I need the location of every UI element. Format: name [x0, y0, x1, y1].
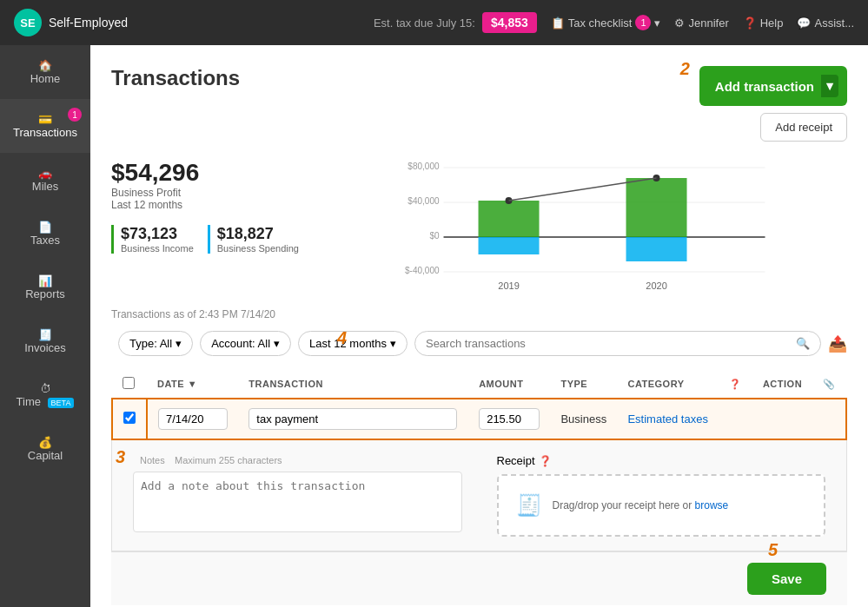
sidebar-item-miles[interactable]: 🚗 Miles — [0, 153, 90, 207]
sidebar-item-transactions[interactable]: 💳 Transactions 1 — [0, 99, 90, 153]
svg-text:2020: 2020 — [646, 280, 666, 291]
profit-label: Business Profit — [111, 187, 299, 199]
row-checkbox-cell — [112, 399, 147, 439]
search-input[interactable] — [426, 337, 792, 350]
col-checkbox — [112, 370, 147, 399]
svg-rect-11 — [626, 237, 686, 261]
notes-section: Notes Maximum 255 characters — [133, 454, 462, 537]
expanded-section: 3 Notes Maximum 255 characters Receipt ❓ — [111, 440, 847, 551]
sidebar-item-taxes[interactable]: 📄 Taxes — [0, 207, 90, 261]
table-header-row: DATE ▼ TRANSACTION AMOUNT TYPE CATEGORY … — [112, 370, 846, 399]
time-icon: ⏱ — [40, 382, 51, 395]
help-button[interactable]: ❓ Help — [743, 16, 784, 30]
sub-stats: $73,123 Business Income $18,827 Business… — [111, 225, 299, 254]
bar-chart: $80,000 $40,000 $0 $-40,000 — [327, 159, 847, 298]
receipt-section: Receipt ❓ 🧾 Drag/drop your receipt here … — [497, 454, 826, 537]
step-4-badge: 4 — [337, 328, 347, 348]
date-input[interactable] — [158, 408, 228, 430]
step-5-badge: 5 — [768, 540, 778, 560]
category-link[interactable]: Estimated taxes — [627, 412, 708, 426]
notes-textarea[interactable] — [133, 472, 462, 532]
row-category[interactable]: Estimated taxes — [617, 399, 719, 439]
clipboard-icon: 📋 — [551, 16, 565, 30]
receipt-file-icon: 🧾 — [516, 493, 542, 518]
beta-badge: BETA — [48, 398, 75, 408]
tx-timestamp: Transactions as of 2:43 PM 7/14/20 — [111, 308, 847, 320]
assist-button[interactable]: 💬 Assist... — [797, 16, 854, 30]
account-filter[interactable]: Account: All ▾ — [200, 331, 291, 356]
period-filter[interactable]: Last 12 months ▾ — [298, 331, 407, 356]
notes-label: Notes Maximum 255 characters — [133, 454, 462, 466]
row-amount — [468, 399, 550, 439]
chevron-down-icon: ▾ — [274, 337, 280, 350]
row-date — [147, 399, 238, 439]
browse-link[interactable]: browse — [695, 499, 729, 511]
step-2-badge: 2 — [680, 59, 690, 79]
stats-section: $54,296 Business Profit Last 12 months $… — [111, 159, 299, 298]
transaction-input[interactable] — [248, 408, 457, 430]
type-filter[interactable]: Type: All ▾ — [118, 331, 193, 356]
table-row[interactable]: Business Estimated taxes — [112, 399, 846, 439]
transactions-icon: 💳 — [38, 113, 52, 126]
col-amount: AMOUNT — [468, 370, 550, 399]
help-icon: ❓ — [743, 16, 757, 30]
app-name: Self-Employed — [49, 16, 128, 30]
chevron-down-icon: ▾ — [390, 337, 396, 350]
chart-container: $80,000 $40,000 $0 $-40,000 — [327, 159, 847, 298]
svg-rect-9 — [478, 237, 539, 254]
step-3-badge: 3 — [116, 447, 125, 467]
save-area: 5 Save — [111, 551, 847, 605]
transactions-table: DATE ▼ TRANSACTION AMOUNT TYPE CATEGORY … — [111, 370, 847, 440]
row-type: Business — [550, 399, 617, 439]
page-title: Transactions — [111, 66, 240, 90]
sidebar-item-time[interactable]: ⏱ Time BETA — [0, 368, 90, 422]
svg-text:2019: 2019 — [498, 280, 519, 291]
sidebar-item-capital[interactable]: 💰 Capital — [0, 422, 90, 476]
col-help[interactable]: ❓ — [719, 370, 752, 399]
spending-label: Business Spending — [217, 243, 299, 254]
svg-text:$0: $0 — [429, 231, 440, 241]
add-transaction-button[interactable]: Add transaction ▾ — [699, 66, 847, 106]
top-header: SE Self-Employed Est. tax due July 15: $… — [0, 0, 868, 45]
export-icon[interactable]: 📤 — [828, 334, 847, 353]
profit-period: Last 12 months — [111, 199, 299, 211]
chevron-down-icon: ▾ — [176, 337, 182, 350]
spending-stat: $18,827 Business Spending — [208, 225, 299, 254]
profit-amount: $54,296 — [111, 159, 299, 187]
row-checkbox[interactable] — [123, 412, 136, 424]
logo-area: SE Self-Employed — [14, 9, 128, 36]
select-all-checkbox[interactable] — [123, 377, 135, 389]
reports-icon: 📊 — [38, 274, 52, 287]
transactions-badge: 1 — [68, 108, 82, 122]
logo-icon: SE — [14, 9, 42, 36]
col-action: ACTION — [752, 370, 812, 399]
svg-text:$80,000: $80,000 — [407, 162, 440, 171]
main-layout: 🏠 Home 💳 Transactions 1 🚗 Miles 📄 Taxes … — [0, 45, 868, 607]
svg-text:$40,000: $40,000 — [407, 196, 440, 206]
save-button[interactable]: Save — [747, 563, 826, 595]
col-attach: 📎 — [812, 370, 846, 399]
invoices-icon: 🧾 — [38, 328, 52, 341]
receipt-dropzone[interactable]: 🧾 Drag/drop your receipt here or browse — [497, 474, 826, 537]
settings-button[interactable]: ⚙ Jennifer — [674, 16, 728, 30]
receipt-help-icon[interactable]: ❓ — [539, 455, 552, 467]
add-receipt-button[interactable]: Add receipt — [760, 113, 847, 142]
sidebar-item-invoices[interactable]: 🧾 Invoices — [0, 314, 90, 368]
row-help — [719, 399, 752, 439]
search-box[interactable]: 🔍 — [414, 331, 821, 356]
filters-row: 4 Type: All ▾ Account: All ▾ Last 12 mon… — [111, 331, 847, 356]
sidebar-item-home[interactable]: 🏠 Home — [0, 45, 90, 99]
svg-text:$-40,000: $-40,000 — [405, 266, 440, 275]
col-date[interactable]: DATE ▼ — [147, 370, 238, 399]
tax-checklist-button[interactable]: 📋 Tax checklist 1 ▾ — [551, 15, 661, 30]
header-right: Est. tax due July 15: $4,853 📋 Tax check… — [374, 12, 854, 33]
amount-input[interactable] — [479, 408, 540, 430]
row-action — [752, 399, 812, 439]
chevron-down-icon: ▾ — [654, 16, 660, 30]
header-actions: 2 Add transaction ▾ Add receipt — [699, 66, 847, 142]
row-attach — [812, 399, 846, 439]
receipt-label: Receipt ❓ — [497, 454, 826, 467]
capital-icon: 💰 — [38, 436, 52, 449]
sidebar-item-reports[interactable]: 📊 Reports — [0, 261, 90, 314]
content-area: Transactions 2 Add transaction ▾ Add rec… — [90, 45, 868, 607]
